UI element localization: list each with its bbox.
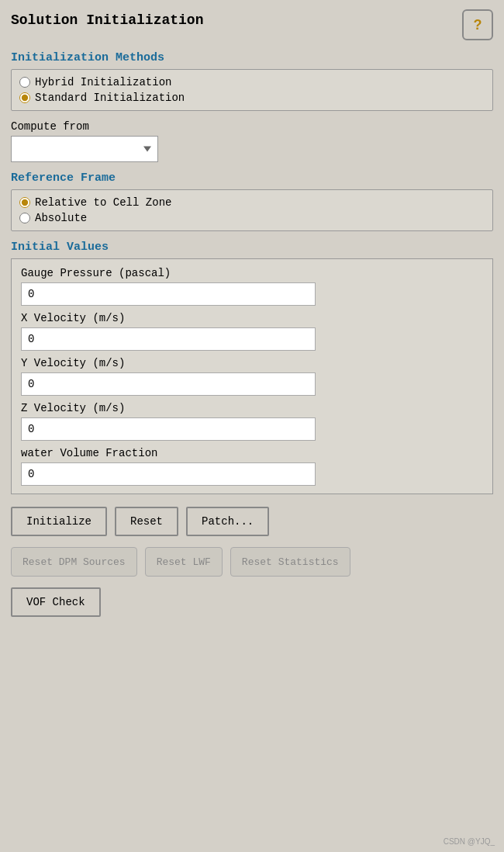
relative-to-cell-zone-label: Relative to Cell Zone (35, 196, 171, 209)
standard-initialization-radio[interactable] (19, 92, 30, 103)
standard-initialization-option[interactable]: Standard Initialization (19, 92, 485, 104)
standard-initialization-label: Standard Initialization (35, 92, 185, 104)
initial-values-box: Gauge Pressure (pascal) X Velocity (m/s)… (11, 258, 493, 494)
page-title: Solution Initialization (11, 12, 203, 28)
absolute-label: Absolute (35, 212, 87, 224)
compute-from-dropdown-wrapper[interactable]: All Zones (11, 136, 158, 162)
reset-lwf-button[interactable]: Reset LWF (145, 547, 223, 577)
compute-from-select[interactable]: All Zones (18, 137, 151, 161)
initialization-methods-label: Initialization Methods (11, 51, 493, 64)
water-volume-fraction-label: water Volume Fraction (21, 447, 483, 459)
reset-dpm-sources-button[interactable]: Reset DPM Sources (11, 547, 137, 577)
gauge-pressure-label: Gauge Pressure (pascal) (21, 267, 483, 279)
hybrid-initialization-radio[interactable] (19, 77, 30, 88)
x-velocity-label: X Velocity (m/s) (21, 312, 483, 324)
z-velocity-label: Z Velocity (m/s) (21, 402, 483, 414)
hybrid-initialization-label: Hybrid Initialization (35, 76, 171, 88)
absolute-radio[interactable] (19, 213, 30, 223)
x-velocity-input[interactable] (21, 327, 316, 351)
initial-values-label: Initial Values (11, 241, 493, 254)
relative-to-cell-zone-option[interactable]: Relative to Cell Zone (19, 196, 485, 209)
reset-statistics-button[interactable]: Reset Statistics (230, 547, 350, 577)
secondary-buttons-row: Reset DPM Sources Reset LWF Reset Statis… (11, 547, 493, 577)
z-velocity-input[interactable] (21, 417, 316, 441)
water-volume-fraction-input[interactable] (21, 462, 316, 486)
y-velocity-input[interactable] (21, 372, 316, 396)
reference-frame-group: Relative to Cell Zone Absolute (11, 189, 493, 231)
action-buttons-row: Initialize Reset Patch... (11, 507, 493, 536)
vof-check-button[interactable]: VOF Check (11, 587, 101, 617)
reset-button[interactable]: Reset (115, 507, 178, 536)
page-header: Solution Initialization ? (11, 9, 493, 40)
dropdown-arrow-icon (143, 147, 151, 152)
help-button[interactable]: ? (462, 9, 493, 40)
hybrid-initialization-option[interactable]: Hybrid Initialization (19, 76, 485, 88)
initialization-methods-group: Hybrid Initialization Standard Initializ… (11, 69, 493, 111)
absolute-option[interactable]: Absolute (19, 212, 485, 224)
compute-from-section: Compute from All Zones (11, 120, 493, 162)
patch-button[interactable]: Patch... (186, 507, 269, 536)
y-velocity-label: Y Velocity (m/s) (21, 357, 483, 369)
compute-from-label: Compute from (11, 120, 493, 133)
initialize-button[interactable]: Initialize (11, 507, 107, 536)
vof-row: VOF Check (11, 587, 493, 617)
watermark: CSDN @YJQ_ (444, 837, 495, 846)
gauge-pressure-input[interactable] (21, 282, 316, 306)
relative-to-cell-zone-radio[interactable] (19, 197, 30, 208)
reference-frame-label: Reference Frame (11, 171, 493, 185)
